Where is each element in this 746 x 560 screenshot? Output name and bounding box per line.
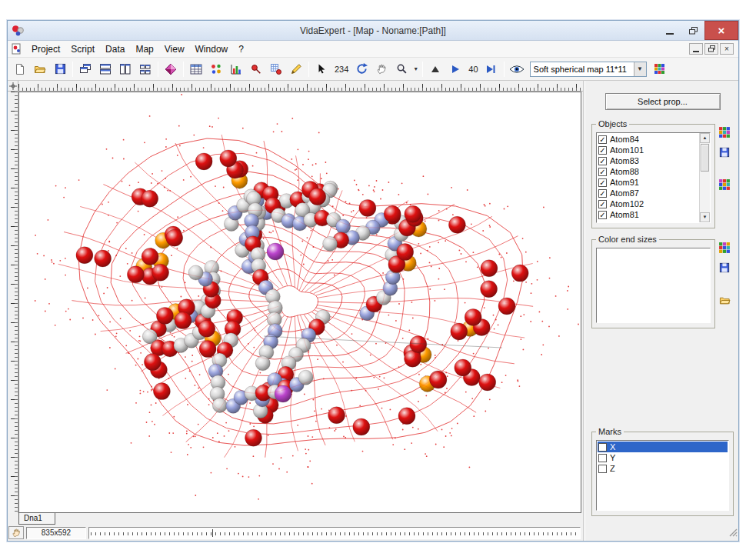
- menu-item-window[interactable]: Window: [190, 42, 234, 56]
- goto-end-button[interactable]: [481, 60, 501, 78]
- frame-number-value: 40: [465, 65, 481, 74]
- mark-checkbox[interactable]: [598, 443, 607, 452]
- object-checkbox[interactable]: ✓: [598, 189, 607, 198]
- mdi-minimize-button[interactable]: [689, 43, 703, 55]
- tile-horizontal-button[interactable]: [95, 60, 115, 78]
- save-button[interactable]: [50, 60, 70, 78]
- mark-checkbox[interactable]: [598, 454, 607, 462]
- pin-grid-button[interactable]: [266, 60, 286, 78]
- object-checkbox[interactable]: ✓: [598, 157, 607, 165]
- objects-color-map-button[interactable]: [717, 125, 732, 140]
- map-select-combobox[interactable]: Soft spherical map 11*11 ▼: [530, 62, 647, 77]
- map-3d-viewport[interactable]: [18, 92, 581, 513]
- horizontal-scrollbar[interactable]: [88, 527, 581, 539]
- object-label: Atom81: [610, 210, 639, 219]
- color-scatter-button[interactable]: [206, 60, 226, 78]
- marks-section: Marks XYZ: [591, 432, 734, 516]
- select-cursor-icon: [316, 63, 327, 75]
- color-sizes-open-button[interactable]: [717, 292, 732, 308]
- object-label: Atom101: [610, 145, 644, 155]
- menu-item-data[interactable]: Data: [100, 42, 130, 56]
- object-checkbox[interactable]: ✓: [598, 178, 607, 187]
- object-row[interactable]: ✓Atom87: [598, 188, 698, 198]
- objects-list[interactable]: ▲ ▼ ✓Atom84✓Atom101✓Atom83✓Atom88✓Atom91…: [596, 132, 711, 223]
- menu-item-view[interactable]: View: [159, 42, 190, 56]
- arrange-windows-button[interactable]: [135, 60, 155, 78]
- scroll-down-icon[interactable]: ▼: [700, 212, 710, 222]
- object-row[interactable]: ✓Atom91: [598, 177, 698, 188]
- open-folder-icon: [719, 295, 731, 306]
- step-up-button[interactable]: [425, 60, 445, 78]
- menu-item-project[interactable]: Project: [26, 42, 65, 56]
- mdi-restore-button[interactable]: [704, 43, 718, 55]
- top-ruler-row: [8, 81, 583, 92]
- object-checkbox[interactable]: ✓: [598, 200, 607, 208]
- marks-list[interactable]: XYZ: [596, 440, 729, 511]
- goto-end-icon: [486, 65, 496, 74]
- object-label: Atom102: [610, 199, 644, 208]
- diamond-3d-button[interactable]: [161, 60, 181, 78]
- mark-row[interactable]: Z: [598, 463, 728, 474]
- color-sizes-save-button[interactable]: [717, 260, 732, 275]
- object-checkbox[interactable]: ✓: [598, 146, 607, 155]
- combobox-dropdown-icon[interactable]: ▼: [634, 62, 646, 76]
- vertical-ruler: [8, 92, 18, 513]
- zoom-magnifier-button[interactable]: [391, 60, 411, 78]
- color-map-icon: [718, 242, 731, 254]
- objects-color-map2-button[interactable]: [717, 177, 732, 192]
- menu-item-map[interactable]: Map: [130, 42, 158, 56]
- resize-grip[interactable]: [728, 526, 738, 540]
- data-table-icon: [190, 63, 202, 75]
- canvas-row: [8, 92, 583, 513]
- object-row[interactable]: ✓Atom83: [598, 155, 698, 166]
- visibility-eye-button[interactable]: [507, 60, 527, 78]
- mark-row[interactable]: Y: [598, 452, 728, 463]
- object-checkbox[interactable]: ✓: [598, 135, 607, 144]
- dataset-tab[interactable]: Dna1: [18, 513, 55, 525]
- pan-mode-indicator[interactable]: [8, 526, 24, 539]
- som-grid-button[interactable]: [650, 60, 670, 78]
- tile-vertical-icon: [119, 63, 132, 75]
- pan-hand-button[interactable]: [371, 60, 391, 78]
- object-row[interactable]: ✓Atom102: [598, 198, 698, 209]
- mdi-close-button[interactable]: ×: [720, 43, 734, 55]
- menu-bar: ProjectScriptDataMapViewWindow? ×: [8, 41, 738, 58]
- color-sizes-list[interactable]: [596, 248, 711, 323]
- crosshair-icon: [9, 82, 17, 90]
- bar-chart-button[interactable]: [226, 60, 246, 78]
- objects-scrollbar[interactable]: ▲ ▼: [699, 133, 710, 222]
- new-document-button[interactable]: [10, 60, 30, 78]
- menu-item-help[interactable]: ?: [233, 42, 249, 56]
- object-checkbox[interactable]: ✓: [598, 168, 607, 176]
- object-row[interactable]: ✓Atom84: [598, 134, 698, 145]
- marks-group-title: Marks: [596, 427, 624, 436]
- open-folder-button[interactable]: [30, 60, 50, 78]
- mark-checkbox[interactable]: [598, 465, 607, 473]
- objects-save-button[interactable]: [717, 145, 732, 160]
- object-row[interactable]: ✓Atom81: [598, 209, 698, 220]
- play-button[interactable]: [445, 60, 465, 78]
- save-icon: [719, 147, 730, 158]
- mark-label: X: [610, 442, 615, 452]
- color-sizes-color-map-button[interactable]: [717, 240, 732, 255]
- object-checkbox[interactable]: ✓: [598, 211, 607, 219]
- mark-row[interactable]: X: [598, 442, 728, 452]
- select-cursor-button[interactable]: [311, 60, 331, 78]
- cascade-windows-button[interactable]: [75, 60, 95, 78]
- pencil-edit-button[interactable]: [286, 60, 306, 78]
- pushpin-button[interactable]: [246, 60, 266, 78]
- select-prop-button[interactable]: Select prop...: [605, 93, 721, 110]
- menu-item-script[interactable]: Script: [65, 42, 100, 56]
- title-bar[interactable]: VidaExpert - [Map - Noname:[Path]] ×: [8, 21, 738, 41]
- scroll-up-icon[interactable]: ▲: [700, 133, 710, 143]
- zoom-dropdown-arrow[interactable]: ▼: [411, 66, 420, 72]
- scrollbar-thumb[interactable]: [701, 144, 709, 172]
- rotate-view-button[interactable]: [351, 60, 371, 78]
- object-row[interactable]: ✓Atom101: [598, 145, 698, 155]
- minimize-button[interactable]: [658, 21, 681, 40]
- tile-vertical-button[interactable]: [115, 60, 135, 78]
- data-table-button[interactable]: [186, 60, 206, 78]
- object-row[interactable]: ✓Atom88: [598, 166, 698, 177]
- maximize-button[interactable]: [681, 21, 704, 40]
- close-button[interactable]: ×: [704, 21, 738, 40]
